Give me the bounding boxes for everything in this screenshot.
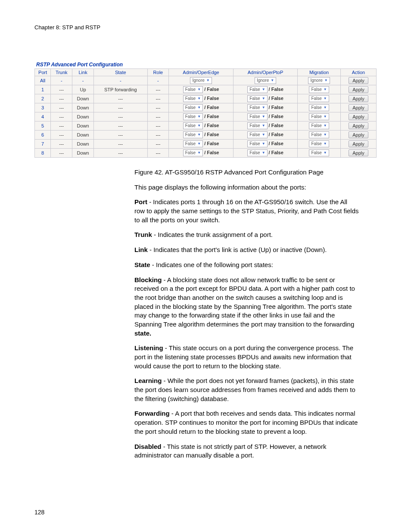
def-forwarding-label: Forwarding [134, 410, 170, 417]
cell-edge: False▼ / False [169, 121, 233, 131]
chevron-down-icon: ▼ [197, 123, 201, 129]
cell-role: --- [147, 149, 169, 158]
chevron-down-icon: ▼ [271, 78, 274, 84]
def-trunk-text: - Indicates the trunk assignment of a po… [152, 231, 273, 238]
def-blocking-label: Blocking [134, 276, 162, 283]
apply-button[interactable]: Apply [349, 131, 368, 138]
cell-action: Apply [340, 94, 376, 103]
dropdown[interactable]: False▼ [309, 149, 329, 156]
cell-ptop: False▼ / False [233, 121, 297, 131]
cell-role: --- [147, 140, 169, 149]
cell-ptop: False▼ / False [233, 149, 297, 158]
def-blocking-tail: state. [134, 330, 151, 337]
cell-action: Apply [340, 112, 376, 121]
apply-button[interactable]: Apply [349, 140, 368, 147]
cell-port: 4 [35, 112, 51, 121]
apply-button[interactable]: Apply [349, 77, 368, 84]
cell-role: --- [147, 131, 169, 140]
cell-state: - [93, 76, 147, 85]
apply-button[interactable]: Apply [349, 113, 368, 120]
def-blocking: Blocking - A blocking state does not all… [134, 276, 359, 338]
cell-role: - [147, 76, 169, 85]
def-listening: Listening - This state occurs on a port … [134, 344, 359, 370]
figure-caption: Figure 42. AT-GS950/16 RSTP Advanced Por… [134, 168, 359, 177]
cell-state: --- [93, 131, 147, 140]
cell-link: - [72, 76, 94, 85]
dropdown[interactable]: False▼ [309, 122, 329, 129]
cell-edge: False▼ / False [169, 94, 233, 103]
chevron-down-icon: ▼ [262, 96, 265, 102]
dropdown[interactable]: False▼ [247, 104, 267, 111]
chevron-down-icon: ▼ [324, 150, 327, 156]
dropdown[interactable]: False▼ [247, 86, 267, 93]
dropdown[interactable]: False▼ [183, 131, 203, 138]
chevron-down-icon: ▼ [262, 123, 265, 129]
table-row: 4---Down------False▼ / FalseFalse▼ / Fal… [35, 112, 377, 121]
dropdown[interactable]: False▼ [309, 86, 329, 93]
cell-mig: Ignore▼ [298, 76, 341, 85]
dropdown[interactable]: Ignore▼ [255, 77, 276, 84]
cell-trunk: --- [51, 121, 72, 131]
def-state: State - Indicates one of the following p… [134, 261, 359, 270]
chevron-down-icon: ▼ [197, 114, 201, 120]
def-port-label: Port [134, 198, 147, 205]
chevron-down-icon: ▼ [262, 150, 265, 156]
dropdown[interactable]: Ignore▼ [190, 77, 212, 84]
dropdown[interactable]: False▼ [247, 95, 267, 102]
cell-link: Down [72, 103, 94, 112]
dropdown[interactable]: False▼ [183, 95, 203, 102]
cell-port: 5 [35, 121, 51, 131]
dropdown[interactable]: False▼ [183, 104, 203, 111]
table-row: 2---Down------False▼ / FalseFalse▼ / Fal… [35, 94, 377, 103]
cell-link: Down [72, 94, 94, 103]
dropdown[interactable]: False▼ [183, 86, 203, 93]
cell-ptop: False▼ / False [233, 85, 297, 94]
chevron-down-icon: ▼ [197, 150, 201, 156]
table-row: 5---Down------False▼ / FalseFalse▼ / Fal… [35, 121, 377, 131]
chevron-down-icon: ▼ [262, 114, 265, 120]
dropdown[interactable]: False▼ [309, 104, 329, 111]
dropdown[interactable]: False▼ [247, 113, 267, 120]
dropdown[interactable]: False▼ [247, 131, 267, 138]
chevron-down-icon: ▼ [324, 78, 328, 84]
cell-ptop: False▼ / False [233, 140, 297, 149]
table-row: 7---Down------False▼ / FalseFalse▼ / Fal… [35, 140, 377, 149]
cell-mig: False▼ [298, 140, 341, 149]
dropdown[interactable]: False▼ [247, 140, 267, 147]
dropdown[interactable]: False▼ [183, 149, 203, 156]
cell-action: Apply [340, 131, 376, 140]
apply-button[interactable]: Apply [349, 104, 368, 111]
intro-text: This page displays the following informa… [134, 183, 359, 192]
cell-trunk: --- [51, 149, 72, 158]
apply-button[interactable]: Apply [349, 95, 368, 102]
cell-port: 8 [35, 149, 51, 158]
def-port: Port - Indicates ports 1 through 16 on t… [134, 198, 359, 224]
dropdown[interactable]: False▼ [247, 122, 267, 129]
cell-ptop: False▼ / False [233, 94, 297, 103]
def-disabled-text: - This state is not strictly part of STP… [134, 443, 326, 459]
dropdown[interactable]: False▼ [309, 95, 329, 102]
chevron-down-icon: ▼ [262, 87, 265, 93]
cell-link: Down [72, 140, 94, 149]
dropdown[interactable]: False▼ [247, 149, 267, 156]
cell-edge: False▼ / False [169, 112, 233, 121]
dropdown[interactable]: False▼ [183, 113, 203, 120]
apply-button[interactable]: Apply [349, 122, 368, 129]
cell-action: Apply [340, 140, 376, 149]
cell-state: --- [93, 149, 147, 158]
dropdown[interactable]: False▼ [309, 131, 329, 138]
cell-edge: False▼ / False [169, 140, 233, 149]
chevron-down-icon: ▼ [324, 96, 327, 102]
def-link: Link - Indicates that the port's link is… [134, 246, 359, 255]
cell-ptop: False▼ / False [233, 131, 297, 140]
dropdown[interactable]: False▼ [309, 140, 329, 147]
dropdown[interactable]: False▼ [183, 140, 203, 147]
dropdown[interactable]: Ignore▼ [308, 77, 330, 84]
chevron-down-icon: ▼ [324, 114, 327, 120]
dropdown[interactable]: False▼ [183, 122, 203, 129]
apply-button[interactable]: Apply [349, 86, 368, 93]
dropdown[interactable]: False▼ [309, 113, 329, 120]
cell-role: --- [147, 112, 169, 121]
chevron-down-icon: ▼ [262, 141, 265, 147]
apply-button[interactable]: Apply [349, 149, 368, 156]
